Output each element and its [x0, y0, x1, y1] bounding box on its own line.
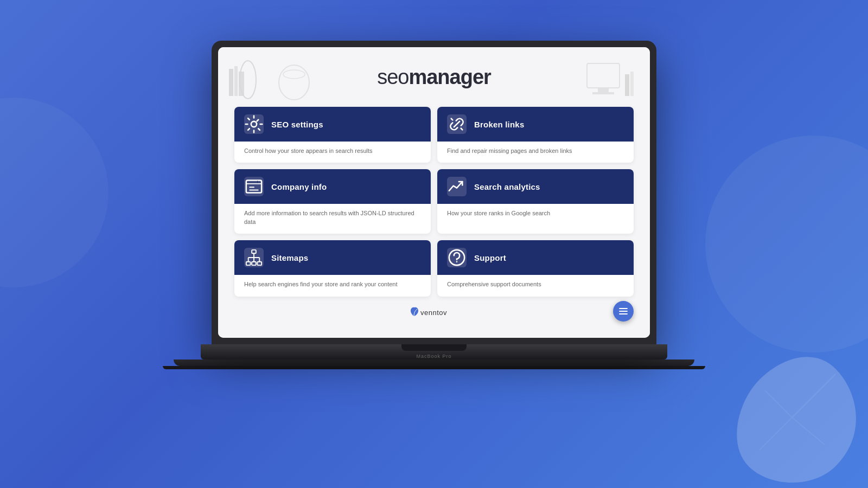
sitemaps-title: Sitemaps: [271, 253, 308, 262]
gear-icon: [244, 114, 264, 134]
laptop-foot: [163, 366, 705, 369]
logo-suffix: manager: [409, 66, 490, 88]
svg-rect-20: [252, 250, 256, 253]
seo-settings-title: SEO settings: [271, 120, 323, 129]
broken-link-icon: [447, 114, 467, 134]
company-info-description: Add more information to search results w…: [234, 204, 431, 234]
svg-rect-21: [246, 262, 251, 265]
search-analytics-description: How your store ranks in Google search: [437, 204, 634, 225]
menu-card-support[interactable]: Support Comprehensive support documents: [437, 240, 634, 296]
search-analytics-title: Search analytics: [474, 182, 540, 191]
sitemap-icon: [244, 248, 264, 267]
support-icon: [447, 248, 467, 267]
svg-line-13: [461, 129, 463, 130]
company-info-title: Company info: [271, 182, 327, 191]
laptop-stand: [174, 359, 694, 366]
menu-card-sitemaps-header[interactable]: Sitemaps: [234, 240, 431, 275]
search-analytics-icon-badge: [447, 177, 467, 196]
laptop-screen-bezel: seomanager: [212, 41, 656, 344]
menu-card-seo-settings[interactable]: SEO settings Control how your store appe…: [234, 107, 431, 163]
company-info-icon-badge: i: [244, 177, 264, 196]
svg-rect-14: [246, 181, 261, 193]
seo-settings-description: Control how your store appears in search…: [234, 142, 431, 163]
broken-links-title: Broken links: [474, 120, 524, 129]
sitemaps-description: Help search engines find your store and …: [234, 275, 431, 296]
menu-grid: SEO settings Control how your store appe…: [218, 107, 650, 297]
menu-card-seo-settings-header[interactable]: SEO settings: [234, 107, 431, 142]
bg-decoration-right: [705, 136, 868, 352]
support-description: Comprehensive support documents: [437, 275, 634, 296]
analytics-icon: [447, 177, 467, 196]
app-logo-text: seomanager: [377, 66, 491, 89]
svg-text:i: i: [257, 181, 258, 184]
logo-prefix: seo: [377, 66, 409, 88]
footer-brand: venntov: [218, 297, 650, 318]
menu-card-search-analytics-header[interactable]: Search analytics: [437, 169, 634, 204]
sitemaps-icon-badge: [244, 248, 264, 267]
support-fab-button[interactable]: [613, 301, 634, 322]
laptop-notch: [401, 344, 467, 351]
svg-rect-22: [252, 262, 256, 265]
laptop-container: seomanager: [190, 41, 678, 447]
macbook-label: MacBook Pro: [416, 354, 451, 359]
support-title: Support: [474, 253, 506, 262]
menu-card-support-header[interactable]: Support: [437, 240, 634, 275]
menu-card-company-info-header[interactable]: i Company info: [234, 169, 431, 204]
laptop-base: MacBook Pro: [201, 344, 667, 359]
svg-line-12: [451, 119, 453, 120]
app-content: seomanager: [218, 47, 650, 338]
logo-area: seomanager: [218, 47, 650, 107]
menu-card-company-info[interactable]: i Company info Add more information to s…: [234, 169, 431, 234]
menu-card-broken-links-header[interactable]: Broken links: [437, 107, 634, 142]
support-icon-badge: [447, 248, 467, 267]
menu-card-broken-links[interactable]: Broken links Find and repair missing pag…: [437, 107, 634, 163]
svg-point-11: [251, 121, 257, 127]
laptop-screen: seomanager: [218, 47, 650, 338]
broken-links-description: Find and repair missing pages and broken…: [437, 142, 634, 163]
company-icon: i: [244, 177, 264, 196]
seo-settings-icon-badge: [244, 114, 264, 134]
bg-decoration-left: [0, 98, 108, 287]
bg-leaf-decoration: [727, 347, 868, 488]
list-icon: [618, 306, 629, 317]
menu-card-search-analytics[interactable]: Search analytics How your store ranks in…: [437, 169, 634, 234]
svg-point-30: [456, 261, 458, 263]
broken-links-icon-badge: [447, 114, 467, 134]
svg-rect-23: [257, 262, 261, 265]
svg-text:venntov: venntov: [420, 309, 447, 317]
menu-card-sitemaps[interactable]: Sitemaps Help search engines find your s…: [234, 240, 431, 296]
venntov-logo: venntov: [410, 306, 458, 318]
